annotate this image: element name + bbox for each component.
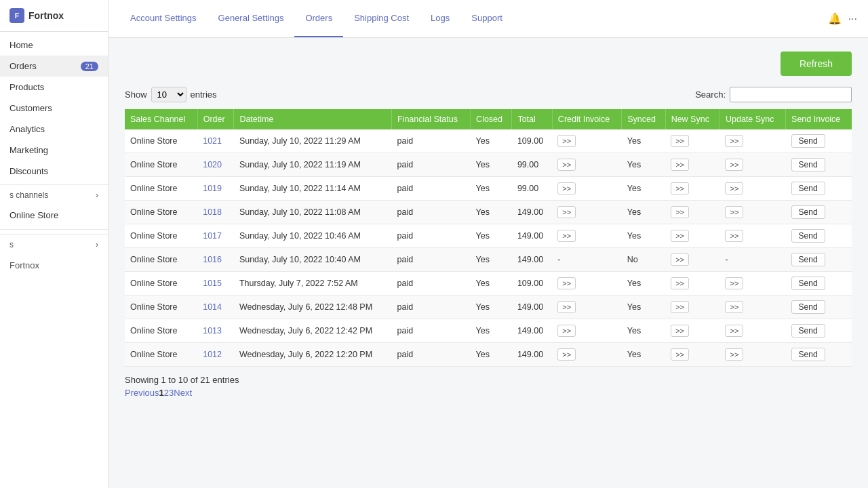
sidebar-item-marketing[interactable]: Marketing — [0, 140, 108, 161]
bell-icon[interactable]: 🔔 — [828, 12, 842, 25]
tab-shipping-cost[interactable]: Shipping Cost — [343, 0, 420, 37]
credit-invoice-btn[interactable]: >> — [557, 206, 576, 218]
topbar-icons: 🔔 ··· — [828, 12, 857, 25]
cell-credit-invoice: >> — [552, 272, 621, 296]
col-total: Total — [512, 109, 552, 129]
cell-credit-invoice: >> — [552, 224, 621, 248]
show-entries: Show 10 25 50 100 entries — [125, 87, 217, 102]
credit-invoice-btn[interactable]: >> — [557, 230, 576, 242]
sidebar-item-orders[interactable]: Orders 21 — [0, 56, 108, 77]
send-invoice-btn[interactable]: Send — [791, 277, 825, 290]
cell-sales-channel: Online Store — [125, 343, 197, 367]
update-sync-btn[interactable]: >> — [725, 135, 743, 147]
cell-order: 1020 — [197, 153, 234, 177]
sidebar-fortnox[interactable]: Fortnox — [0, 255, 108, 276]
new-sync-btn[interactable]: >> — [671, 230, 689, 242]
cell-closed: Yes — [471, 296, 512, 319]
main-content: Account Settings General Settings Orders… — [108, 0, 868, 488]
pagination-next[interactable]: Next — [174, 388, 192, 398]
search-input[interactable] — [730, 87, 852, 102]
order-link[interactable]: 1020 — [203, 160, 222, 169]
send-invoice-btn[interactable]: Send — [791, 229, 825, 243]
update-sync-btn[interactable]: >> — [725, 301, 743, 313]
cell-update-sync: >> — [719, 224, 785, 248]
sidebar-item-analytics[interactable]: Analytics — [0, 119, 108, 140]
update-sync-btn[interactable]: >> — [725, 159, 743, 171]
order-link[interactable]: 1013 — [203, 326, 222, 336]
cell-update-sync: >> — [719, 319, 785, 343]
send-invoice-btn[interactable]: Send — [791, 205, 825, 219]
update-sync-btn[interactable]: >> — [725, 348, 743, 361]
cell-financial-status: paid — [391, 272, 470, 296]
cell-credit-invoice: >> — [552, 201, 621, 224]
new-sync-btn[interactable]: >> — [671, 301, 689, 313]
new-sync-btn[interactable]: >> — [671, 348, 689, 361]
cell-order: 1017 — [197, 224, 234, 248]
sidebar-fortnox-label: Fortnox — [9, 260, 39, 270]
credit-invoice-btn[interactable]: >> — [557, 325, 576, 337]
update-sync-btn[interactable]: >> — [725, 182, 743, 195]
sidebar-item-products[interactable]: Products — [0, 77, 108, 98]
sidebar-item-discounts[interactable]: Discounts — [0, 161, 108, 182]
send-invoice-btn[interactable]: Send — [791, 253, 825, 266]
credit-invoice-btn[interactable]: >> — [557, 159, 576, 171]
order-link[interactable]: 1014 — [203, 302, 222, 312]
update-sync-btn[interactable]: >> — [725, 206, 743, 218]
tab-logs[interactable]: Logs — [420, 0, 460, 37]
pagination-info: Showing 1 to 10 of 21 entries — [125, 375, 852, 385]
credit-invoice-btn[interactable]: >> — [557, 277, 576, 289]
entries-select[interactable]: 10 25 50 100 — [151, 87, 186, 102]
cell-sales-channel: Online Store — [125, 153, 197, 177]
send-invoice-btn[interactable]: Send — [791, 158, 825, 171]
update-sync-btn[interactable]: >> — [725, 230, 743, 242]
new-sync-btn[interactable]: >> — [671, 135, 689, 147]
tab-general-settings[interactable]: General Settings — [208, 0, 295, 37]
send-invoice-btn[interactable]: Send — [791, 324, 825, 338]
update-sync-btn[interactable]: >> — [725, 325, 743, 337]
sidebar-item-online-store[interactable]: Online Store — [0, 205, 108, 225]
pagination-page-2[interactable]: 2 — [164, 388, 169, 398]
tab-orders[interactable]: Orders — [294, 0, 343, 37]
pagination-page-3[interactable]: 3 — [169, 388, 174, 398]
credit-invoice-btn[interactable]: >> — [557, 135, 576, 147]
new-sync-btn[interactable]: >> — [671, 253, 689, 266]
order-link[interactable]: 1017 — [203, 231, 222, 241]
cell-datetime: Sunday, July 10, 2022 10:40 AM — [234, 248, 392, 272]
cell-update-sync: - — [719, 248, 785, 272]
order-link[interactable]: 1015 — [203, 279, 222, 288]
sidebar-channels-section[interactable]: s channels › — [0, 184, 108, 205]
tab-account-settings[interactable]: Account Settings — [119, 0, 208, 37]
sidebar-bottom-section[interactable]: s › — [0, 234, 108, 255]
send-invoice-btn[interactable]: Send — [791, 182, 825, 195]
sidebar-item-customers[interactable]: Customers — [0, 98, 108, 119]
send-invoice-btn[interactable]: Send — [791, 300, 825, 314]
order-link[interactable]: 1019 — [203, 184, 222, 193]
credit-invoice-btn[interactable]: >> — [557, 182, 576, 195]
pagination-previous[interactable]: Previous — [125, 388, 159, 398]
credit-invoice-btn[interactable]: >> — [557, 348, 576, 361]
pagination-page-1[interactable]: 1 — [159, 388, 164, 398]
new-sync-btn[interactable]: >> — [671, 325, 689, 337]
more-icon[interactable]: ··· — [848, 13, 857, 25]
new-sync-btn[interactable]: >> — [671, 277, 689, 289]
update-sync-btn[interactable]: >> — [725, 277, 743, 289]
send-invoice-btn[interactable]: Send — [791, 134, 825, 148]
send-invoice-btn[interactable]: Send — [791, 348, 825, 361]
col-update-sync: Update Sync — [719, 109, 785, 129]
new-sync-btn[interactable]: >> — [671, 159, 689, 171]
refresh-button[interactable]: Refresh — [781, 52, 852, 76]
cell-total: 149.00 — [512, 296, 552, 319]
order-link[interactable]: 1021 — [203, 136, 222, 146]
app-logo[interactable]: F Fortnox — [0, 0, 108, 32]
tab-support[interactable]: Support — [460, 0, 513, 37]
cell-closed: Yes — [471, 248, 512, 272]
order-link[interactable]: 1016 — [203, 255, 222, 264]
new-sync-btn[interactable]: >> — [671, 206, 689, 218]
cell-sales-channel: Online Store — [125, 319, 197, 343]
new-sync-btn[interactable]: >> — [671, 182, 689, 195]
sidebar-item-home[interactable]: Home — [0, 35, 108, 56]
order-link[interactable]: 1012 — [203, 350, 222, 359]
cell-total: 109.00 — [512, 272, 552, 296]
order-link[interactable]: 1018 — [203, 207, 222, 217]
credit-invoice-btn[interactable]: >> — [557, 301, 576, 313]
